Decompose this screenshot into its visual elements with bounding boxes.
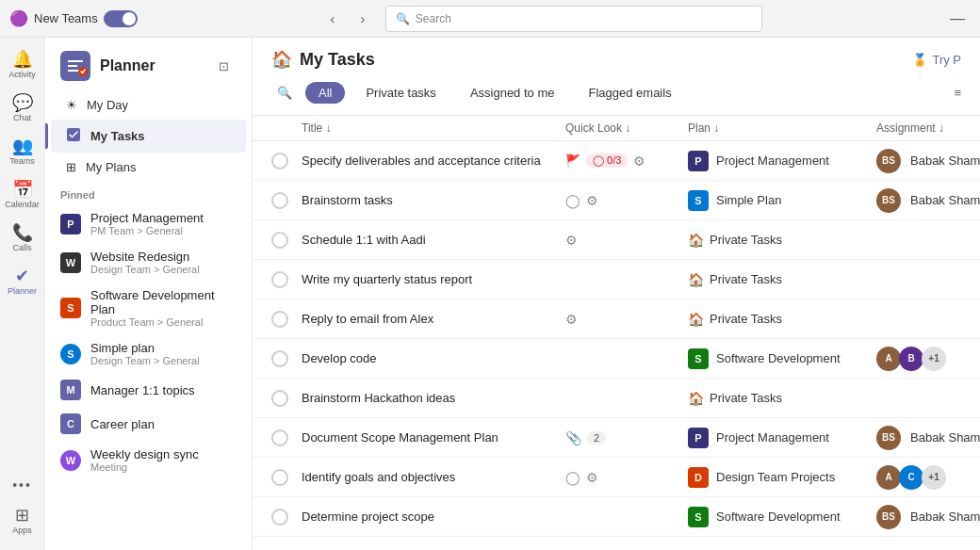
pinned-item-website-redesign[interactable]: W Website Redesign Design Team > General <box>45 243 252 282</box>
settings-icon[interactable]: ⚙ <box>565 233 578 248</box>
task-title[interactable]: Identify goals and objectives <box>302 470 565 484</box>
col-plan[interactable]: Plan ↓ <box>688 121 876 135</box>
plan-name: Project Management <box>716 154 829 168</box>
forward-button[interactable]: › <box>350 6 376 32</box>
task-table: Title ↓ Quick Look ↓ Plan ↓ Assignment ↓… <box>253 116 980 550</box>
my-tasks-icon <box>66 127 81 145</box>
pinned-item-project-management[interactable]: P Project Management PM Team > General <box>45 204 252 243</box>
assignee-name: Babak Shammas <box>910 193 980 207</box>
sidebar-item-activity[interactable]: 🔔 Activity <box>2 45 43 85</box>
apps-label: Apps <box>12 526 32 535</box>
quick-look-cell: 🚩◯ 0/3⚙ <box>565 154 688 169</box>
back-button[interactable]: ‹ <box>319 6 346 32</box>
filter-chip-flagged[interactable]: Flagged emails <box>575 82 684 104</box>
plan-name: Software Development <box>716 351 841 365</box>
nav-item-my-tasks[interactable]: My Tasks <box>51 120 246 153</box>
my-plans-label: My Plans <box>86 160 136 174</box>
project-management-icon: P <box>60 214 81 235</box>
simple-plan-sub: Design Team > General <box>90 355 200 366</box>
manager-1on1-name: Manager 1:1 topics <box>90 383 195 397</box>
settings-icon[interactable]: ⚙ <box>633 154 645 169</box>
simple-plan-icon: S <box>60 344 81 364</box>
task-complete-circle[interactable] <box>271 271 288 288</box>
website-redesign-sub: Design Team > General <box>90 264 200 275</box>
table-row: Determine project scopeSSoftware Develop… <box>253 497 980 537</box>
add-task-row[interactable]: ＋ Add new task <box>253 537 980 550</box>
task-complete-circle[interactable] <box>271 192 288 209</box>
sidebar-item-apps[interactable]: ⊞ Apps <box>2 501 43 541</box>
sidebar-item-more[interactable]: ••• <box>2 473 43 497</box>
table-row: Identify goals and objectives◯⚙DDesign T… <box>253 458 980 497</box>
assignment-cell: BSBabak Shammas <box>876 188 980 213</box>
quick-look-cell: ⚙ <box>565 233 688 248</box>
task-title[interactable]: Brainstorm Hackathon ideas <box>302 391 565 405</box>
try-premium-button[interactable]: 🏅 Try P <box>912 53 961 67</box>
pinned-item-simple-plan[interactable]: S Simple plan Design Team > General <box>45 334 252 373</box>
avatar: B <box>899 347 923 371</box>
nav-item-my-plans[interactable]: ⊞ My Plans <box>51 153 246 182</box>
software-dev-plan-sub: Product Team > General <box>90 316 237 328</box>
task-complete-circle[interactable] <box>271 350 288 367</box>
minimize-button[interactable]: — <box>944 6 971 32</box>
settings-icon[interactable]: ⚙ <box>586 470 598 485</box>
task-title[interactable]: Document Scope Management Plan <box>302 430 565 445</box>
sidebar-title: Planner <box>100 57 155 74</box>
filter-chip-all[interactable]: All <box>305 82 345 104</box>
new-teams-toggle[interactable] <box>104 10 138 27</box>
task-badge: ◯ 0/3 <box>586 154 628 168</box>
task-title[interactable]: Brainstorm tasks <box>302 193 565 207</box>
sidebar-header: Planner ⊡ <box>45 38 252 90</box>
col-quicklook[interactable]: Quick Look ↓ <box>565 121 688 135</box>
manager-1on1-icon: M <box>60 380 81 400</box>
pinned-item-software-dev-plan[interactable]: S Software Development Plan Product Team… <box>45 282 252 334</box>
settings-icon[interactable]: ⚙ <box>565 312 578 327</box>
sidebar-item-chat[interactable]: 💬 Chat <box>2 89 43 128</box>
avatar: C <box>899 465 923 490</box>
task-complete-circle[interactable] <box>271 311 288 328</box>
settings-icon[interactable]: ⚙ <box>586 193 598 208</box>
website-redesign-name: Website Redesign <box>90 250 200 264</box>
content-header: 🏠 My Tasks 🏅 Try P <box>253 38 980 70</box>
sidebar-item-calls[interactable]: 📞 Calls <box>2 218 43 258</box>
col-title[interactable]: Title ↓ <box>302 121 565 135</box>
teams-icon: 👥 <box>12 138 33 154</box>
task-title[interactable]: Reply to email from Alex <box>302 312 565 326</box>
sidebar-item-planner[interactable]: ✔ Planner <box>2 262 43 301</box>
private-icon: 🏠 <box>688 272 704 287</box>
task-complete-circle[interactable] <box>271 232 288 249</box>
search-bar[interactable]: 🔍 Search <box>385 6 762 32</box>
task-complete-circle[interactable] <box>271 390 288 407</box>
filter-chip-private[interactable]: Private tasks <box>352 82 449 104</box>
plan-cell: 🏠Private Tasks <box>688 312 876 327</box>
filter-chip-assigned[interactable]: Assigned to me <box>457 82 568 104</box>
filter-search-button[interactable]: 🔍 <box>271 79 298 105</box>
task-title[interactable]: Specify deliverables and acceptance crit… <box>302 154 565 168</box>
pinned-item-weekly-design-sync[interactable]: W Weekly design sync Meeting <box>45 441 252 479</box>
col-assignment[interactable]: Assignment ↓ <box>876 121 980 135</box>
task-complete-circle[interactable] <box>271 429 288 446</box>
sidebar-expand-button[interactable]: ⊡ <box>210 53 237 79</box>
simple-plan-name: Simple plan <box>90 341 200 355</box>
filter-icon: ≡ <box>954 86 961 100</box>
nav-item-my-day[interactable]: ☀ My Day <box>51 90 246 120</box>
filter-options-button[interactable]: ≡ <box>954 86 961 100</box>
task-title[interactable]: Write my quarterly status report <box>302 272 565 286</box>
plan-cell: SSoftware Development <box>688 348 876 369</box>
assignee-name: Babak Shammas <box>910 154 980 168</box>
task-complete-circle[interactable] <box>271 153 288 170</box>
page-title-icon: 🏠 <box>271 49 292 70</box>
pinned-item-manager-1on1[interactable]: M Manager 1:1 topics <box>45 373 252 407</box>
task-complete-circle[interactable] <box>271 469 288 486</box>
pinned-item-career-plan[interactable]: C Career plan <box>45 407 252 441</box>
sidebar-item-calendar[interactable]: 📅 Calendar <box>2 175 43 215</box>
teams-label: Teams <box>9 156 35 166</box>
planner-logo <box>60 51 90 81</box>
quick-look-cell: ◯⚙ <box>565 470 688 485</box>
task-title[interactable]: Develop code <box>302 351 565 365</box>
search-placeholder: Search <box>416 12 451 25</box>
task-complete-circle[interactable] <box>271 509 288 526</box>
sidebar-item-teams[interactable]: 👥 Teams <box>2 132 43 171</box>
task-title[interactable]: Determine project scope <box>302 510 565 524</box>
chat-icon: 💬 <box>12 94 33 111</box>
task-title[interactable]: Schedule 1:1 with Aadi <box>302 233 565 247</box>
